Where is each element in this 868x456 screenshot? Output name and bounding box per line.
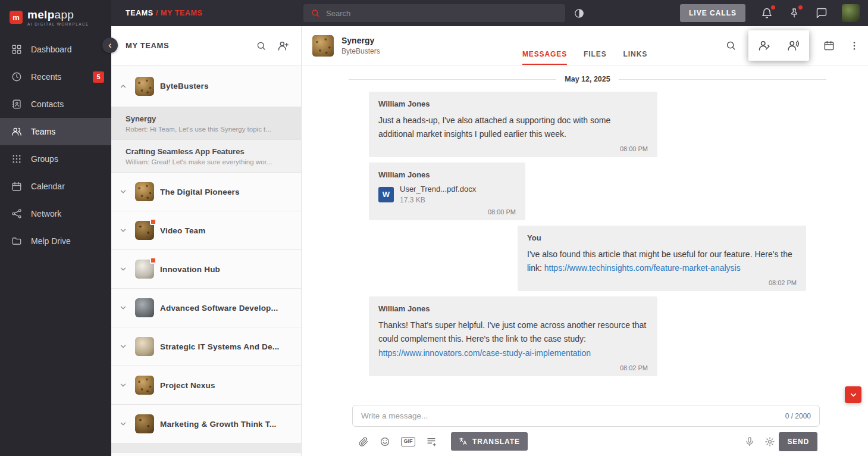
composer-settings-button[interactable] bbox=[764, 436, 775, 447]
breadcrumb-current: MY TEAMS bbox=[161, 9, 203, 17]
message-text: Just a heads-up, I've also attached a su… bbox=[378, 114, 648, 141]
chevron-down-icon bbox=[849, 391, 858, 399]
avatar bbox=[135, 182, 154, 201]
scroll-to-bottom-button[interactable] bbox=[845, 386, 861, 403]
team-name: Project Nexus bbox=[160, 381, 215, 390]
sidebar-item-melp-drive[interactable]: Melp Drive bbox=[0, 227, 111, 255]
gear-icon bbox=[764, 436, 775, 447]
search-icon bbox=[311, 8, 320, 18]
sidebar-item-groups[interactable]: Groups bbox=[0, 145, 111, 173]
chat-title: Synergy bbox=[341, 36, 380, 45]
teams-search-button[interactable] bbox=[256, 40, 267, 51]
pinned-dot bbox=[798, 5, 803, 10]
team-row[interactable]: Innovation Hub bbox=[111, 250, 301, 289]
message-time: 08:00 PM bbox=[378, 145, 648, 152]
team-row[interactable]: Strategic IT Systems And De... bbox=[111, 327, 301, 366]
file-attachment[interactable]: W User_Trend...pdf.docx 17.3 KB bbox=[378, 185, 516, 204]
message-author: William Jones bbox=[378, 170, 516, 179]
team-row-bytebusters[interactable]: ByteBusters bbox=[111, 65, 301, 107]
topic-row-synergy[interactable]: Synergy Robert: Hi Team, Let's use this … bbox=[111, 107, 301, 140]
breadcrumb-separator: / bbox=[156, 9, 158, 17]
team-row[interactable]: Marketing & Growth Think T... bbox=[111, 405, 301, 443]
tab-links[interactable]: LINKS bbox=[623, 50, 648, 65]
file-size: 17.3 KB bbox=[400, 196, 476, 204]
topic-row-crafting[interactable]: Crafting Seamless App Features William: … bbox=[111, 140, 301, 173]
folder-icon bbox=[11, 236, 23, 246]
breadcrumb-root: TEAMS bbox=[126, 9, 153, 17]
chat-search-button[interactable] bbox=[725, 40, 737, 51]
message-time: 08:02 PM bbox=[378, 364, 648, 371]
team-name: The Digital Pioneers bbox=[160, 188, 240, 196]
sidebar-item-recents[interactable]: Recents 5 bbox=[0, 63, 111, 90]
moon-icon bbox=[574, 8, 585, 19]
messages-button[interactable] bbox=[816, 7, 828, 19]
chat-more-button[interactable] bbox=[849, 40, 860, 51]
kebab-menu-icon bbox=[849, 40, 860, 51]
breadcrumb: TEAMS / MY TEAMS bbox=[111, 9, 303, 17]
team-row[interactable]: Advanced Software Develop... bbox=[111, 289, 301, 327]
pinned-button[interactable] bbox=[788, 7, 800, 19]
edit-member-button[interactable] bbox=[758, 39, 770, 52]
add-team-member-button[interactable] bbox=[277, 40, 289, 52]
sidebar-item-dashboard[interactable]: Dashboard bbox=[0, 36, 111, 63]
tab-files[interactable]: FILES bbox=[584, 50, 607, 65]
message-template-button[interactable] bbox=[426, 436, 437, 447]
avatar bbox=[135, 337, 154, 356]
avatar bbox=[135, 77, 154, 96]
dark-mode-toggle[interactable] bbox=[574, 8, 585, 19]
chevron-down-icon[interactable] bbox=[117, 304, 129, 312]
message-input[interactable] bbox=[361, 411, 778, 420]
message-row: You I've also found this article that mi… bbox=[349, 226, 826, 291]
sidebar-nav: Dashboard Recents 5 Contacts Teams bbox=[0, 36, 111, 255]
message-link[interactable]: https://www.innovators.com/case-study-ai… bbox=[378, 348, 591, 358]
collapse-sidebar-button[interactable]: ‹ bbox=[102, 38, 118, 53]
tab-messages[interactable]: MESSAGES bbox=[522, 50, 567, 65]
sidebar-item-calendar[interactable]: Calendar bbox=[0, 173, 111, 200]
sidebar-item-contacts[interactable]: Contacts bbox=[0, 90, 111, 118]
user-voice-icon bbox=[787, 39, 800, 52]
team-row[interactable]: Project Nexus bbox=[111, 366, 301, 405]
contacts-icon bbox=[11, 99, 23, 110]
user-avatar[interactable] bbox=[842, 4, 860, 22]
teams-panel-header: MY TEAMS bbox=[111, 26, 301, 65]
message-bubble: William Jones Thanks! That's super helpf… bbox=[369, 296, 657, 376]
mic-button[interactable] bbox=[744, 436, 755, 447]
sidebar-item-label: Dashboard bbox=[31, 45, 72, 54]
chevron-down-icon[interactable] bbox=[117, 226, 129, 235]
notifications-button[interactable] bbox=[761, 7, 773, 19]
sidebar: m melpapp AI DIGITAL WORKPLACE Dashboard… bbox=[0, 0, 111, 456]
team-row[interactable]: Video Team bbox=[111, 211, 301, 250]
chevron-down-icon[interactable] bbox=[117, 265, 129, 273]
message-link[interactable]: https://www.techinsights.com/feature-mar… bbox=[544, 263, 741, 273]
chevron-up-icon[interactable] bbox=[117, 82, 129, 90]
chat-calendar-button[interactable] bbox=[823, 40, 835, 51]
main-area: TEAMS / MY TEAMS LIVE CALLS bbox=[111, 0, 868, 456]
send-button[interactable]: SEND bbox=[779, 432, 817, 451]
groups-icon bbox=[11, 154, 23, 164]
avatar bbox=[135, 221, 154, 240]
voice-member-button[interactable] bbox=[787, 39, 800, 52]
message-text: I've also found this article that might … bbox=[527, 248, 797, 275]
team-name: Advanced Software Develop... bbox=[160, 304, 278, 313]
paperclip-icon bbox=[358, 436, 369, 447]
sidebar-item-network[interactable]: Network bbox=[0, 200, 111, 227]
avatar bbox=[135, 260, 154, 279]
message-row: William Jones W User_Trend...pdf.docx 17… bbox=[349, 163, 826, 220]
translate-button[interactable]: TRANSLATE bbox=[451, 432, 528, 451]
chevron-down-icon[interactable] bbox=[117, 188, 129, 196]
search-icon bbox=[256, 40, 267, 51]
chevron-down-icon[interactable] bbox=[117, 420, 129, 428]
attach-button[interactable] bbox=[358, 436, 369, 447]
user-edit-icon bbox=[758, 39, 770, 52]
gif-button[interactable]: GIF bbox=[401, 437, 415, 446]
app-logo: m melpapp AI DIGITAL WORKPLACE bbox=[0, 0, 111, 35]
team-row[interactable]: The Digital Pioneers bbox=[111, 173, 301, 211]
search-input[interactable] bbox=[326, 9, 558, 18]
live-calls-button[interactable]: LIVE CALLS bbox=[680, 4, 745, 22]
chevron-down-icon[interactable] bbox=[117, 381, 129, 389]
avatar bbox=[135, 298, 154, 317]
teams-panel: MY TEAMS ByteBusters bbox=[111, 26, 302, 456]
sidebar-item-teams[interactable]: Teams bbox=[0, 118, 111, 145]
chevron-down-icon[interactable] bbox=[117, 342, 129, 351]
emoji-button[interactable] bbox=[380, 436, 390, 447]
